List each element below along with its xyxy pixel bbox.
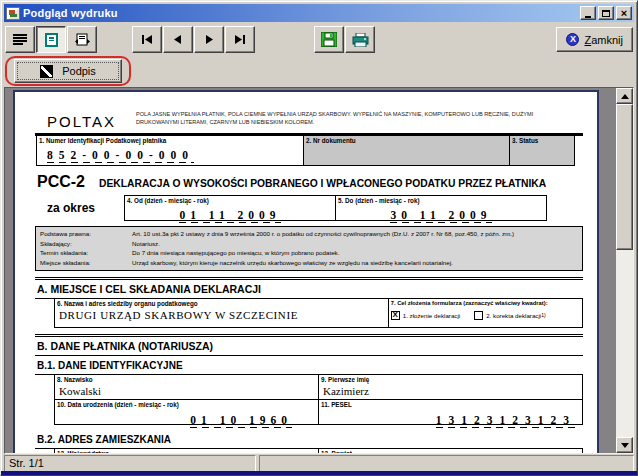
field-nip: 1. Numer Identyfikacji Podatkowej płatni… [36,135,304,166]
field-cel-zlozenia: 7. Cel złożenia formularza (zaznaczyć wł… [388,298,583,328]
close-button[interactable]: X Zamknij [556,27,633,52]
form-title: DEKLARACJA O WYSOKOŚCI POBRANEGO I WPŁAC… [99,178,546,189]
window-icon [6,7,20,20]
minimize-button[interactable] [580,6,596,20]
signature-button[interactable]: Podpis [14,59,122,83]
field-nazwisko: 8. Nazwisko Kowalski [54,374,319,400]
scrollbar-thumb[interactable] [616,104,633,250]
previous-page-icon [173,35,183,44]
field-wojewodztwo: 12. Województwo Zachodniopomorskie [54,448,319,454]
organ-podatkowy-value: DRUGI URZĄD SKARBOWY W SZCZECINIE [55,309,388,323]
signature-icon [40,65,53,78]
pcc2-form: POLTAX POLA JASNE WYPEŁNIA PŁATNIK, POLA… [15,92,597,454]
nav-first-button[interactable] [132,26,162,53]
titlebar[interactable]: Podgląd wydruku × [4,4,634,22]
field-pesel: 11. PESEL 13123123123 [318,399,583,425]
option-korekta-deklaracji: 2. korekta deklaracji1) [474,311,545,320]
poltax-logo: POLTAX [47,113,116,130]
section-b-header: B. DANE PŁATNIKA (NOTARIUSZA) [35,334,583,356]
field-data-urodzenia: 10. Data urodzenia (dzień - miesiąc - ro… [54,399,319,425]
window-controls: × [580,6,632,20]
preview-page: POLTAX POLA JASNE WYPEŁNIA PŁATNIK, POLA… [13,90,599,454]
window-title: Podgląd wydruku [23,7,577,19]
close-window-button[interactable]: × [616,6,632,20]
view-fit-width-button[interactable] [67,26,97,53]
maximize-button[interactable] [598,6,614,20]
field-nr-dokumentu: 2. Nr dokumentu [303,135,510,166]
next-page-icon [204,35,214,44]
save-button[interactable] [314,26,344,53]
minimize-icon [585,16,591,18]
vertical-scrollbar[interactable] [616,88,633,453]
pesel-value: 13123123123 [436,414,576,428]
maximize-icon [602,10,610,17]
scroll-up-button[interactable] [616,88,633,104]
nav-next-button[interactable] [194,26,224,53]
period-label: za okres [47,201,125,215]
scroll-up-icon [621,94,629,99]
floppy-disk-icon [321,32,337,47]
checkbox-zlozenie-icon: X [391,311,400,320]
close-button-label: Zamknij [584,34,623,46]
nav-prev-button[interactable] [163,26,193,53]
close-icon: × [621,8,627,18]
form-code: PCC-2 [37,173,85,191]
print-preview-area: POLTAX POLA JASNE WYPEŁNIA PŁATNIK, POLA… [4,87,634,454]
section-b2-header: B.2. ADRES ZAMIESZKANIA [35,430,583,449]
nip-value: 852-00-00-000 [47,149,194,163]
view-text-button[interactable] [5,26,35,53]
data-urodzenia-value: 01 10 1960 [190,414,292,428]
text-lines-icon [13,33,27,46]
nav-last-button[interactable] [225,26,255,53]
toolbar: X Zamknij [5,24,633,55]
field-imie: 9. Pierwsze imię Kazimierz [318,374,583,400]
close-circle-icon: X [566,33,579,46]
first-page-icon [141,35,153,44]
form-instructions: POLA JASNE WYPEŁNIA PŁATNIK, POLA CIEMNE… [136,110,566,127]
toolbar-row-2: Podpis [5,56,633,86]
option-zlozenie-deklaracji: X 1. złożenie deklaracji [391,311,460,320]
last-page-icon [234,35,246,44]
field-od: 4. Od (dzień - miesiąc - rok) 01 11 2009 [124,195,336,221]
section-a-header: A. MIEJSCE I CEL SKŁADANIA DEKLARACJI [35,277,583,299]
field-powiat: 13. Powiat Szczecin [318,448,583,454]
print-preview-window: Podgląd wydruku × [0,0,638,476]
view-page-button[interactable] [36,26,66,53]
field-do: 5. Do (dzień - miesiąc - rok) 30 11 2009 [335,195,547,221]
field-status: 3. Status [509,135,575,166]
section-b1-header: B.1. DANE IDENTYFIKACYJNE [35,356,583,375]
legal-info-box: Podstawa prawna: Art. 10 ust.3a pkt 2 us… [35,226,583,271]
field-organ-podatkowy: 6. Nazwa i adres siedziby organu podatko… [54,298,389,328]
date-to-value: 30 11 2009 [390,209,491,223]
page-icon [45,33,58,47]
scroll-down-icon [621,443,629,448]
signature-button-label: Podpis [62,65,96,77]
imie-value: Kazimierz [319,385,582,399]
print-button[interactable] [345,26,375,53]
printer-icon [352,33,369,47]
date-from-value: 01 11 2009 [179,209,280,223]
scroll-down-button[interactable] [616,437,633,453]
page-width-icon [75,33,90,47]
nazwisko-value: Kowalski [55,385,318,399]
checkbox-korekta-icon [474,311,483,320]
bottom-edge-strip [1,471,637,475]
